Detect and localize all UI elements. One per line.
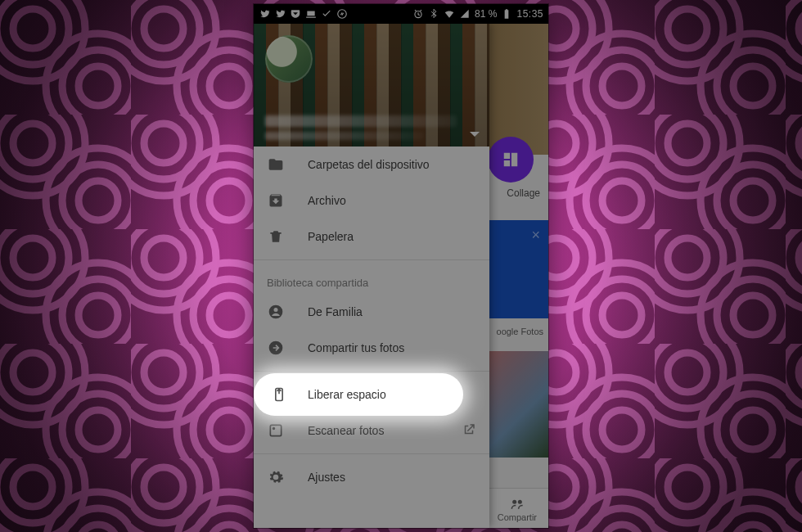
share-icon xyxy=(267,339,285,357)
menu-item-label: Ajustes xyxy=(308,471,345,484)
svg-point-7 xyxy=(518,499,522,503)
menu-item-label: Archivo xyxy=(308,194,346,207)
check-icon xyxy=(321,8,332,20)
google-photos-label: oogle Fotos xyxy=(497,327,543,336)
menu-item-label: De Familia xyxy=(308,305,363,318)
clock: 15:35 xyxy=(516,8,543,20)
menu-item-family[interactable]: De Familia xyxy=(254,294,489,330)
menu-item-label: Carpetas del dispositivo xyxy=(308,158,430,171)
laptop-icon xyxy=(305,8,317,20)
highlight-free-up-space[interactable]: Liberar espacio xyxy=(255,375,462,414)
svg-point-12 xyxy=(273,427,275,430)
statusbar-right-icons: 81 % 15:35 xyxy=(412,8,543,20)
trash-icon xyxy=(267,228,285,246)
pocket-icon xyxy=(290,8,301,20)
statusbar-left-icons xyxy=(259,8,348,20)
bottom-nav-share-label: Compartir xyxy=(498,512,537,522)
menu-item-device-folders[interactable]: Carpetas del dispositivo xyxy=(254,147,489,183)
person-icon xyxy=(267,303,285,321)
twitter-icon xyxy=(259,8,270,20)
navigation-drawer: Carpetas del dispositivo Archivo Papeler… xyxy=(254,24,489,528)
bluetooth-icon xyxy=(428,8,439,20)
divider xyxy=(254,453,489,454)
menu-item-archive[interactable]: Archivo xyxy=(254,183,489,219)
drawer-header[interactable] xyxy=(254,24,489,147)
scan-icon xyxy=(267,422,285,440)
phone-frame: 81 % 15:35 Collage × oogle Fotos Compart… xyxy=(254,4,548,528)
status-bar: 81 % 15:35 xyxy=(254,4,548,24)
divider xyxy=(254,259,489,260)
battery-icon xyxy=(501,8,512,20)
collage-chip[interactable] xyxy=(488,137,534,183)
menu-item-label: Papelera xyxy=(308,230,354,243)
svg-point-6 xyxy=(512,499,516,503)
alarm-icon xyxy=(412,8,424,20)
gear-icon xyxy=(267,468,285,486)
avatar[interactable] xyxy=(265,35,313,83)
close-icon[interactable]: × xyxy=(531,227,540,244)
chevron-down-icon[interactable] xyxy=(470,132,480,137)
menu-item-trash[interactable]: Papelera xyxy=(254,219,489,255)
bottom-nav-share[interactable]: Compartir xyxy=(498,495,537,522)
folder-icon xyxy=(267,156,285,174)
signal-icon xyxy=(459,8,471,20)
archive-icon xyxy=(267,192,285,210)
menu-item-scan-photos[interactable]: Escanear fotos xyxy=(254,413,489,449)
battery-pct: 81 % xyxy=(475,8,497,20)
menu-item-settings[interactable]: Ajustes xyxy=(254,459,489,495)
svg-rect-11 xyxy=(270,425,281,435)
account-name-blurred xyxy=(265,115,457,127)
collage-label: Collage xyxy=(507,187,540,199)
menu-item-label: Compartir tus fotos xyxy=(308,341,404,354)
menu-item-label: Escanear fotos xyxy=(308,424,384,437)
external-link-icon xyxy=(462,422,476,440)
menu-item-share-photos[interactable]: Compartir tus fotos xyxy=(254,330,489,366)
promo-banner[interactable]: × xyxy=(483,220,548,318)
account-email-blurred xyxy=(265,132,424,140)
svg-point-4 xyxy=(338,10,347,19)
wifi-icon xyxy=(444,8,455,20)
shazam-icon xyxy=(336,8,348,20)
divider xyxy=(254,371,489,372)
photo-thumbnail[interactable] xyxy=(483,351,548,458)
section-shared-label: Biblioteca compartida xyxy=(254,265,489,294)
svg-point-9 xyxy=(274,308,278,312)
twitter-icon xyxy=(274,8,286,20)
free-space-icon xyxy=(270,385,288,404)
highlight-label: Liberar espacio xyxy=(308,388,386,401)
